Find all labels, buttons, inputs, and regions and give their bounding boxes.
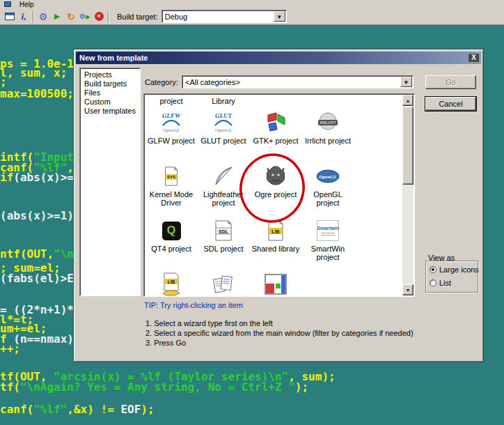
sidebar-item-files[interactable]: Files xyxy=(83,88,140,98)
svg-text:SDL: SDL xyxy=(219,229,229,234)
svg-text:IRRLICHT: IRRLICHT xyxy=(320,121,336,125)
qt-icon: Q xyxy=(162,218,181,243)
sidebar-item-projects[interactable]: Projects xyxy=(83,70,140,79)
compiler-toolbar: i,⚙▶↻⚙▶× Build target: Debug ▼ xyxy=(0,8,504,25)
glut-icon: GLUTOpenGL xyxy=(214,110,233,135)
abort-icon[interactable]: × xyxy=(92,10,106,24)
template-item-label: SDL project xyxy=(203,245,243,253)
category-value: <All categories> xyxy=(182,78,400,86)
lib-icon: LIB xyxy=(265,218,286,243)
scroll-up-icon[interactable]: ▲ xyxy=(402,95,414,106)
sidebar-item-build-targets[interactable]: Build targets xyxy=(83,79,140,88)
template-item-label: SmartWin project xyxy=(304,245,352,261)
svg-text:OpenGL: OpenGL xyxy=(320,174,337,180)
template-item-label-partial: Library xyxy=(199,97,248,105)
cancel-button[interactable]: Cancel xyxy=(425,97,476,111)
template-item-glut-project[interactable]: GLUTOpenGLGLUT project xyxy=(199,110,248,163)
info-icon[interactable]: i, xyxy=(17,10,31,24)
view-as-option-large-icons[interactable]: Large icons xyxy=(430,265,479,274)
scroll-down-icon[interactable]: ▼ xyxy=(402,284,414,295)
tip-text: TIP: Try right-clicking an item xyxy=(144,301,243,309)
template-grid: projectLibraryGLFWOpenGLGLFW projectGLUT… xyxy=(145,95,402,295)
new-from-template-dialog: New from template X ProjectsBuild target… xyxy=(73,49,484,362)
smartwin-icon: Smartwin xyxy=(317,218,339,243)
code-line: ; xyxy=(0,77,7,88)
template-item-partial[interactable] xyxy=(199,272,248,297)
instruction-line: 3. Press Go xyxy=(145,338,414,348)
sidebar-item-custom[interactable]: Custom xyxy=(83,98,140,107)
template-item-glfw-project[interactable]: GLFWOpenGLGLFW project xyxy=(147,110,196,163)
template-item-label: Ogre project xyxy=(255,190,297,199)
template-item-gtk-project[interactable]: GTK+ project xyxy=(251,110,300,163)
template-item-irrlicht-project[interactable]: IRRLICHTIrrlicht project xyxy=(304,110,352,163)
template-panel: projectLibraryGLFWOpenGLGLFW projectGLUT… xyxy=(143,93,415,297)
svg-text:SYS: SYS xyxy=(167,174,175,179)
libhand-icon: LIB xyxy=(161,272,182,297)
toolbar-separator xyxy=(108,10,109,23)
build-target-combo[interactable]: Debug ▼ xyxy=(162,10,287,23)
category-combo[interactable]: <All categories> ▼ xyxy=(182,75,414,88)
template-item-label: Lightfeather project xyxy=(199,190,248,207)
build-target-value: Debug xyxy=(162,13,274,21)
code-line: (fabs(el)>Ep xyxy=(0,273,81,284)
template-item-kernel-mode-driver[interactable]: SYSKernel Mode Driver xyxy=(147,164,196,217)
template-item-opengl-project[interactable]: OpenGLOpenGL project xyxy=(304,164,352,217)
template-item-partial[interactable]: LIB xyxy=(147,272,196,297)
build-gear-icon[interactable]: ⚙ xyxy=(36,10,50,24)
menu-bar: Help xyxy=(0,0,504,8)
close-icon[interactable]: X xyxy=(468,53,480,63)
radio-label: Large icons xyxy=(439,265,479,274)
template-item-qt4-project[interactable]: QQT4 project xyxy=(147,218,196,271)
template-item-lightfeather-project[interactable]: Lightfeather project xyxy=(199,164,248,217)
combo-dropdown-icon[interactable]: ▼ xyxy=(274,11,285,22)
template-item-label-partial: project xyxy=(147,97,196,105)
template-item-label: Kernel Mode Driver xyxy=(147,190,196,207)
menu-help[interactable]: Help xyxy=(19,1,34,8)
template-wizard-list[interactable]: ProjectsBuild targetsFilesCustomUser tem… xyxy=(79,68,141,296)
radio-list-icon[interactable] xyxy=(430,279,436,286)
instructions: 1. Select a wizard type first on the lef… xyxy=(145,318,414,348)
toolbar-separator xyxy=(33,10,34,23)
category-dropdown-icon[interactable]: ▼ xyxy=(400,77,412,87)
view-as-option-list[interactable]: List xyxy=(430,279,451,287)
code-line: (abs(x)>=1); xyxy=(0,210,81,222)
toolbar-icons: i,⚙▶↻⚙▶× xyxy=(3,10,111,24)
code-line: canf("%lf",&x) != EOF); xyxy=(0,404,155,415)
sidebar-item-user-templates[interactable]: User templates xyxy=(83,107,140,116)
dialog-titlebar[interactable]: New from template X xyxy=(76,52,481,64)
template-item-label: QT4 project xyxy=(151,245,191,253)
template-item-shared-library[interactable]: LIBShared library xyxy=(251,218,300,271)
sys-icon: SYS xyxy=(161,164,182,189)
window-icon[interactable] xyxy=(3,10,17,24)
instruction-line: 2. Select a specific wizard from the mai… xyxy=(145,328,414,338)
category-label: Category: xyxy=(145,78,178,86)
ogre-icon xyxy=(264,164,288,189)
rebuild-icon[interactable]: ↻ xyxy=(64,10,78,24)
build-and-run-icon[interactable]: ⚙▶ xyxy=(78,10,92,24)
sdl-icon: SDL xyxy=(213,218,234,243)
run-icon[interactable]: ▶ xyxy=(50,10,64,24)
go-button[interactable]: Go xyxy=(425,75,476,89)
window-grid-icon xyxy=(4,1,11,7)
opengl-icon: OpenGL xyxy=(316,164,340,189)
code-line: ++; xyxy=(0,343,20,355)
irrlicht-icon: IRRLICHT xyxy=(317,110,339,135)
instruction-line: 1. Select a wizard type first on the lef… xyxy=(145,318,414,328)
template-item-smartwin-project[interactable]: SmartwinSmartWin project xyxy=(304,218,352,271)
template-item-partial[interactable] xyxy=(251,272,300,297)
svg-text:LIB: LIB xyxy=(168,279,175,284)
build-target-label: Build target: xyxy=(117,13,158,21)
template-item-sdl-project[interactable]: SDLSDL project xyxy=(199,218,248,271)
template-item-ogre-project[interactable]: Ogre project xyxy=(251,164,300,217)
radio-large-icons-icon[interactable] xyxy=(430,266,436,273)
scroll-thumb[interactable] xyxy=(402,107,414,185)
gtk-icon xyxy=(265,110,287,135)
template-item-label: Shared library xyxy=(252,245,299,253)
vertical-scrollbar[interactable]: ▲ ▼ xyxy=(402,95,414,295)
template-item-label: OpenGL project xyxy=(304,190,352,207)
docs-icon xyxy=(212,272,235,297)
layout-icon xyxy=(265,272,287,297)
svg-text:LIB: LIB xyxy=(271,229,279,234)
code-line: l, sum, x; xyxy=(0,68,67,79)
radio-label: List xyxy=(439,279,451,287)
